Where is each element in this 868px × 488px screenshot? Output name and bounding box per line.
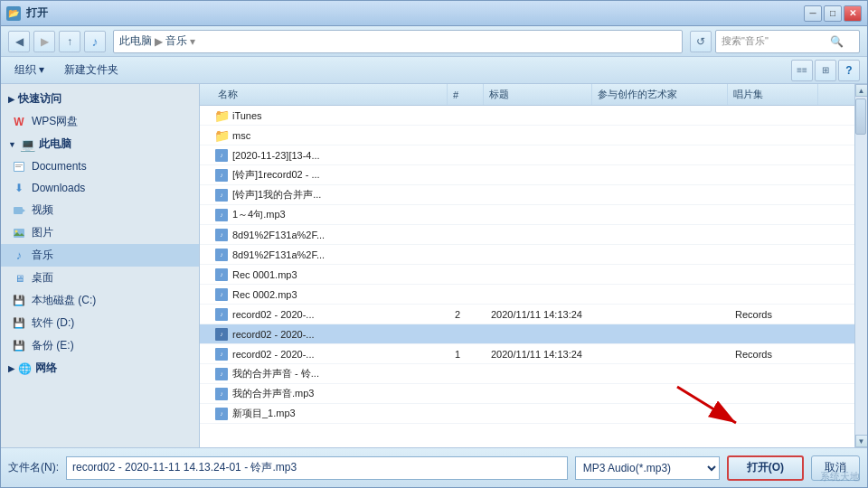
sidebar-item-pictures[interactable]: 图片 bbox=[1, 221, 199, 244]
file-row-merge1[interactable]: ♪ 我的合并声音 - 铃... bbox=[200, 364, 854, 384]
watermark: 系统天地 bbox=[820, 470, 860, 483]
col-header-title[interactable]: 标题 bbox=[484, 84, 592, 105]
mp3-icon: ♪ bbox=[214, 148, 229, 163]
svg-point-7 bbox=[15, 230, 18, 232]
drive-e-icon: 💾 bbox=[12, 339, 26, 353]
search-input[interactable] bbox=[722, 36, 830, 47]
sidebar-item-desktop[interactable]: 🖥 桌面 bbox=[1, 267, 199, 289]
file-row-itunes[interactable]: 📁 iTunes bbox=[200, 106, 854, 126]
sidebar-item-music[interactable]: ♪ 音乐 bbox=[1, 244, 199, 267]
folder-icon: 📁 bbox=[214, 108, 229, 123]
back-button[interactable]: ◀ bbox=[8, 31, 30, 52]
file-row-msc[interactable]: 📁 msc bbox=[200, 126, 854, 145]
file-row-rec1[interactable]: ♪ Rec 0001.mp3 bbox=[200, 265, 854, 285]
wps-label: WPS网盘 bbox=[32, 114, 78, 129]
window-icon: 📂 bbox=[6, 6, 21, 21]
file-row-4[interactable]: ♪ 8d91%2F131a%2F... bbox=[200, 225, 854, 245]
file-row-rec2[interactable]: ♪ Rec 0002.mp3 bbox=[200, 285, 854, 305]
vertical-scrollbar[interactable]: ▲ ▼ bbox=[854, 84, 867, 447]
filetype-select[interactable]: MP3 Audio(*.mp3) bbox=[575, 456, 720, 480]
col-header-num[interactable]: # bbox=[448, 84, 484, 105]
file-row-record02b[interactable]: ♪ record02 - 2020-... bbox=[200, 324, 854, 344]
sidebar-desktop-label: 桌面 bbox=[32, 270, 53, 286]
minimize-button[interactable]: ─ bbox=[804, 5, 822, 22]
sidebar-item-drive-c[interactable]: 💾 本地磁盘 (C:) bbox=[1, 289, 199, 312]
file-row-1[interactable]: ♪ [铃声]1record02 - ... bbox=[200, 165, 854, 185]
refresh-button[interactable]: ↺ bbox=[690, 31, 712, 52]
videos-icon bbox=[12, 203, 26, 218]
file-row-3[interactable]: ♪ 1～4句.mp3 bbox=[200, 205, 854, 225]
sidebar-drive-d-label: 软件 (D:) bbox=[32, 315, 74, 331]
svg-rect-2 bbox=[15, 164, 23, 165]
view-grid-button[interactable]: ⊞ bbox=[815, 60, 836, 81]
sidebar-music-label: 音乐 bbox=[32, 248, 53, 263]
col-header-name[interactable]: 名称 bbox=[212, 84, 448, 105]
action-bar: 组织 ▾ 新建文件夹 ≡≡ ⊞ ? bbox=[1, 57, 867, 84]
file-list: 📁 iTunes 📁 bbox=[200, 106, 854, 447]
up-button[interactable]: ↑ bbox=[59, 31, 80, 52]
file-row-record02a[interactable]: ♪ record02 - 2020-... 2 2020/11/11 14:13… bbox=[200, 305, 854, 324]
this-pc-header[interactable]: ▼ 💻 此电脑 bbox=[1, 133, 199, 155]
mp3-icon: ♪ bbox=[214, 267, 229, 282]
drive-d-icon: 💾 bbox=[12, 316, 26, 331]
mp3-icon: ♪ bbox=[214, 307, 229, 322]
help-button[interactable]: ? bbox=[838, 60, 860, 81]
open-button[interactable]: 打开(O) bbox=[727, 455, 804, 481]
file-row-2[interactable]: ♪ [铃声]1我的合并声... bbox=[200, 185, 854, 205]
organize-button[interactable]: 组织 ▾ bbox=[8, 60, 51, 80]
search-bar[interactable]: 🔍 bbox=[715, 30, 860, 53]
svg-rect-4 bbox=[14, 207, 23, 214]
scroll-down-arrow[interactable]: ▼ bbox=[855, 435, 868, 447]
window-title: 打开 bbox=[26, 5, 804, 21]
main-area: ▶ 快速访问 W WPS网盘 ▼ 💻 此电脑 Documents ⬇ bbox=[1, 84, 867, 447]
close-button[interactable]: ✕ bbox=[844, 5, 862, 22]
sidebar: ▶ 快速访问 W WPS网盘 ▼ 💻 此电脑 Documents ⬇ bbox=[1, 84, 200, 447]
sidebar-documents-label: Documents bbox=[32, 160, 87, 173]
svg-rect-3 bbox=[15, 166, 21, 167]
sidebar-item-documents[interactable]: Documents bbox=[1, 155, 199, 177]
downloads-icon: ⬇ bbox=[12, 181, 26, 195]
file-row-new1[interactable]: ♪ 新项目_1.mp3 bbox=[200, 404, 854, 424]
breadcrumb-pc[interactable]: 此电脑 bbox=[119, 33, 152, 49]
network-header[interactable]: ▶ 🌐 网络 bbox=[1, 357, 199, 380]
quick-access-header[interactable]: ▶ 快速访问 bbox=[1, 88, 199, 110]
sidebar-item-downloads[interactable]: ⬇ Downloads bbox=[1, 177, 199, 199]
sidebar-videos-label: 视频 bbox=[32, 202, 53, 218]
scroll-thumb[interactable] bbox=[855, 99, 866, 135]
mp3-icon: ♪ bbox=[214, 208, 229, 222]
sidebar-item-videos[interactable]: 视频 bbox=[1, 199, 199, 221]
file-row-merge2[interactable]: ♪ 我的合并声音.mp3 bbox=[200, 384, 854, 404]
breadcrumb-music[interactable]: 音乐 bbox=[165, 33, 187, 49]
file-row-5[interactable]: ♪ 8d91%2F131a%2F... bbox=[200, 245, 854, 265]
file-row-0[interactable]: ♪ [2020-11-23][13-4... bbox=[200, 145, 854, 165]
sidebar-drive-c-label: 本地磁盘 (C:) bbox=[32, 293, 96, 308]
filename-label: 文件名(N): bbox=[8, 460, 59, 475]
mp3-icon: ♪ bbox=[214, 188, 229, 202]
music-icon: ♪ bbox=[12, 249, 26, 263]
sidebar-item-wps[interactable]: W WPS网盘 bbox=[1, 110, 199, 133]
view-list-button[interactable]: ≡≡ bbox=[791, 60, 813, 81]
scroll-up-arrow[interactable]: ▲ bbox=[855, 84, 868, 97]
col-header-artist[interactable]: 参与创作的艺术家 bbox=[592, 84, 728, 105]
mp3-icon: ♪ bbox=[214, 387, 229, 401]
sidebar-item-drive-e[interactable]: 💾 备份 (E:) bbox=[1, 334, 199, 357]
view-icons: ≡≡ ⊞ ? bbox=[791, 60, 860, 81]
filename-input[interactable] bbox=[66, 456, 568, 480]
col-header-album[interactable]: 唱片集 bbox=[728, 84, 818, 105]
documents-icon bbox=[12, 159, 26, 174]
forward-button[interactable]: ▶ bbox=[33, 31, 55, 52]
window-controls: ─ □ ✕ bbox=[804, 5, 862, 22]
music-nav-icon[interactable]: ♪ bbox=[84, 31, 106, 52]
mp3-icon: ♪ bbox=[214, 407, 229, 421]
breadcrumb[interactable]: 此电脑 ▶ 音乐 ▾ bbox=[113, 30, 683, 53]
new-folder-button[interactable]: 新建文件夹 bbox=[58, 60, 125, 80]
sidebar-pictures-label: 图片 bbox=[32, 225, 53, 240]
toolbar: ◀ ▶ ↑ ♪ 此电脑 ▶ 音乐 ▾ ↺ 🔍 bbox=[1, 26, 867, 57]
quick-access-label: 快速访问 bbox=[18, 91, 61, 107]
file-row-record02c[interactable]: ♪ record02 - 2020-... 1 2020/11/11 14:13… bbox=[200, 344, 854, 364]
wps-icon: W bbox=[12, 115, 26, 129]
search-icon: 🔍 bbox=[830, 35, 844, 48]
sidebar-item-drive-d[interactable]: 💾 软件 (D:) bbox=[1, 312, 199, 334]
maximize-button[interactable]: □ bbox=[824, 5, 842, 22]
this-pc-label: 此电脑 bbox=[39, 136, 71, 152]
